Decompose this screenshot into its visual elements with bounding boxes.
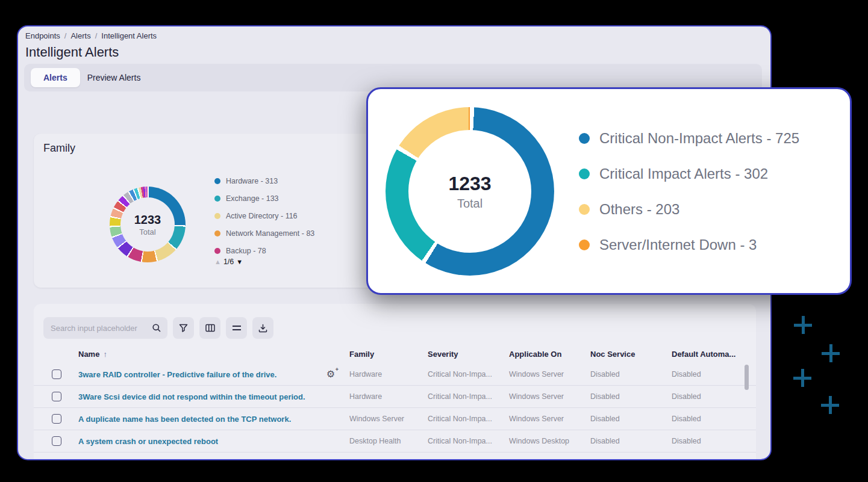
breadcrumb-separator: / [64, 31, 67, 40]
alert-name-link[interactable]: 3Ware Scsi device did not respond within… [78, 392, 305, 401]
legend-label: Critical Impact Alerts - 302 [599, 165, 768, 182]
page-title: Intelligent Alerts [25, 45, 119, 60]
noc-service-cell: Disabled [590, 370, 672, 378]
column-header-noc-service[interactable]: Noc Service [590, 350, 672, 359]
table-header-row: Name↑FamilySeverityApplicable OnNoc Serv… [34, 346, 756, 362]
legend-bullet-icon [579, 133, 590, 144]
column-header-name[interactable]: Name↑ [78, 350, 349, 359]
table-row[interactable]: 3ware RAID controller - Predictive failu… [34, 363, 756, 386]
name-cell: A duplicate name has been detected on th… [78, 415, 349, 424]
filter-button[interactable] [173, 317, 194, 339]
plus-decoration [794, 316, 812, 334]
columns-button[interactable] [199, 317, 220, 339]
checkbox-cell [34, 414, 78, 424]
sort-ascending-icon[interactable]: ↑ [103, 350, 107, 359]
family-legend: Hardware - 313Exchange - 133Active Direc… [214, 172, 314, 259]
search-icon [152, 323, 161, 333]
row-height-icon [233, 324, 241, 332]
tab-alerts[interactable]: Alerts [31, 68, 80, 87]
column-header-default-automa-[interactable]: Default Automa... [672, 350, 756, 359]
default-automation-cell: Disabled [672, 437, 756, 445]
family-donut-chart[interactable]: 1233 Total [110, 187, 186, 262]
family-legend-item: Backup - 78 [214, 242, 314, 259]
row-checkbox[interactable] [52, 436, 61, 446]
alert-name-link[interactable]: A duplicate name has been detected on th… [78, 415, 291, 424]
table-row[interactable]: A system crash or unexpected rebootDeskt… [34, 430, 756, 453]
alert-name-link[interactable]: 3ware RAID controller - Predictive failu… [78, 370, 276, 379]
legend-bullet-icon [214, 213, 220, 219]
plus-decoration [821, 396, 839, 414]
checkbox-cell [34, 436, 78, 446]
severity-donut-center: 1233 Total [386, 107, 554, 276]
default-automation-cell: Disabled [672, 415, 756, 423]
table-toolbar [43, 317, 273, 339]
noc-service-cell: Disabled [590, 392, 672, 401]
legend-bullet-icon [214, 248, 220, 254]
tab-preview-alerts[interactable]: Preview Alerts [80, 73, 148, 82]
severity-total-label: Total [457, 197, 482, 211]
row-checkbox[interactable] [52, 369, 61, 379]
legend-label: Server/Internet Down - 3 [599, 236, 757, 253]
severity-legend-item: Critical Impact Alerts - 302 [579, 156, 799, 191]
breadcrumb-item-intelligent-alerts: Intelligent Alerts [101, 31, 157, 40]
pagination-down-icon[interactable]: ▼ [236, 258, 243, 265]
column-header-applicable-on[interactable]: Applicable On [509, 350, 590, 359]
legend-pagination: ▲ 1/6 ▼ [214, 258, 243, 266]
severity-legend-item: Critical Non-Impact Alerts - 725 [579, 120, 799, 156]
column-header-family[interactable]: Family [349, 350, 428, 359]
name-cell: 3Ware Scsi device did not respond within… [78, 392, 349, 401]
row-height-button[interactable] [226, 317, 247, 339]
noc-service-cell: Disabled [590, 415, 672, 423]
applicable-on-cell: Windows Server [509, 392, 590, 401]
plus-decoration [793, 369, 811, 387]
legend-bullet-icon [214, 230, 220, 236]
table-row[interactable]: A duplicate name has been detected on th… [34, 408, 756, 430]
download-button[interactable] [252, 317, 273, 339]
family-card-title: Family [43, 142, 75, 155]
gear-plus-icon[interactable]: ⚙+ [326, 369, 335, 379]
checkbox-cell [34, 392, 78, 401]
family-legend-item: Network Management - 83 [214, 224, 314, 242]
applicable-on-cell: Windows Server [509, 415, 590, 423]
noc-service-cell: Disabled [590, 437, 672, 445]
table-body: 3ware RAID controller - Predictive failu… [34, 363, 756, 453]
severity-cell: Critical Non-Impa... [428, 437, 509, 445]
table-row[interactable]: 3Ware Scsi device did not respond within… [34, 386, 756, 408]
table-scrollbar-thumb[interactable] [745, 365, 749, 390]
family-cell: Hardware [349, 370, 428, 378]
applicable-on-cell: Windows Desktop [509, 437, 590, 445]
severity-cell: Critical Non-Impa... [428, 415, 509, 423]
alert-severity-popup: 1233 Total Critical Non-Impact Alerts - … [366, 87, 852, 295]
search-input[interactable] [43, 317, 167, 339]
severity-donut-chart[interactable]: 1233 Total [386, 107, 554, 276]
family-total-value: 1233 [134, 213, 161, 227]
row-checkbox[interactable] [52, 414, 61, 424]
family-donut-center: 1233 Total [110, 187, 186, 262]
legend-bullet-icon [579, 239, 590, 250]
gear-plus-badge: + [336, 367, 339, 372]
alert-name-link[interactable]: A system crash or unexpected reboot [78, 437, 218, 446]
legend-label: Backup - 78 [226, 247, 266, 255]
checkbox-cell [34, 369, 78, 379]
default-automation-cell: Disabled [672, 392, 756, 401]
legend-label: Network Management - 83 [226, 229, 314, 238]
legend-bullet-icon [579, 204, 590, 215]
page-background: Endpoints / Alerts / Intelligent Alerts … [0, 0, 868, 482]
column-header-severity[interactable]: Severity [428, 350, 509, 359]
severity-legend: Critical Non-Impact Alerts - 725Critical… [579, 120, 799, 262]
legend-bullet-icon [579, 168, 590, 179]
name-cell: A system crash or unexpected reboot [78, 437, 349, 446]
severity-legend-item: Others - 203 [579, 191, 799, 227]
legend-label: Critical Non-Impact Alerts - 725 [599, 130, 799, 147]
legend-label: Others - 203 [599, 201, 679, 218]
breadcrumb-separator: / [95, 31, 98, 40]
legend-label: Hardware - 313 [226, 177, 278, 185]
breadcrumb-item-endpoints[interactable]: Endpoints [25, 31, 60, 40]
download-icon [258, 324, 267, 333]
row-checkbox[interactable] [52, 392, 61, 401]
family-legend-item: Exchange - 133 [214, 190, 314, 207]
pagination-up-icon[interactable]: ▲ [214, 258, 221, 265]
family-cell: Windows Server [349, 415, 428, 423]
filter-icon [179, 324, 188, 333]
breadcrumb-item-alerts[interactable]: Alerts [70, 31, 90, 40]
